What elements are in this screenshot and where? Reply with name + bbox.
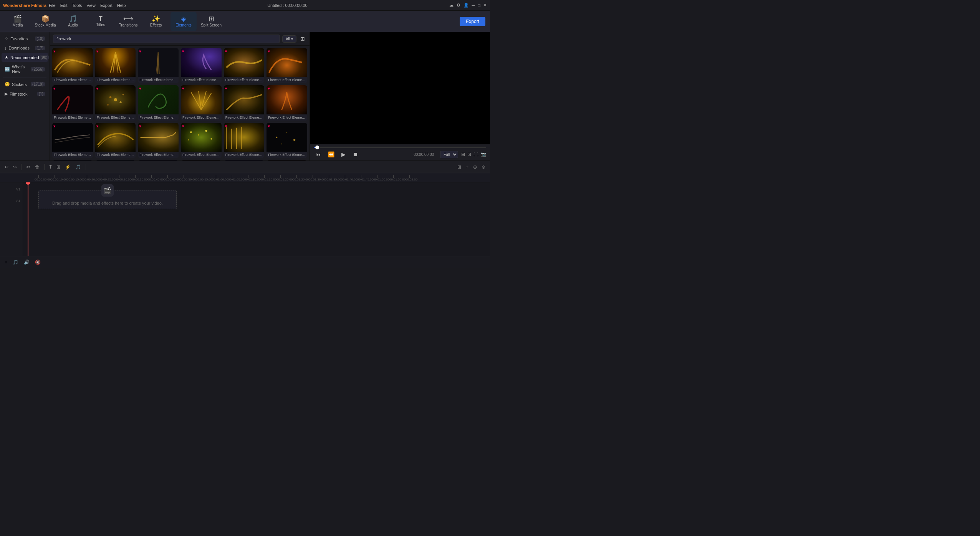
element-card-19[interactable]: ♥	[52, 160, 93, 160]
element-card-22[interactable]: ♥	[181, 160, 222, 160]
sidebar-item-filmstock[interactable]: ▶ Filmstock (1)	[2, 89, 48, 98]
timeline-text-btn[interactable]: T	[48, 164, 53, 170]
timeline-delete-btn[interactable]: 🗑	[33, 164, 41, 170]
menu-edit[interactable]: Edit	[60, 3, 68, 8]
toolbar-split[interactable]: ⊞ Split Screen	[198, 12, 224, 31]
timeline-zoom-in-btn[interactable]: +	[464, 164, 470, 170]
element-card-17[interactable]: ♥ Firework Effect Element...	[224, 123, 265, 158]
element-card-11[interactable]: ♥ Firework Effect Element...	[224, 85, 265, 120]
element-card-23[interactable]: ♥ ⬇ New Year Fireworks Ele	[224, 160, 265, 160]
toolbar-transitions[interactable]: ⟷ Transitions	[115, 12, 141, 31]
toolbar-stock[interactable]: 📦 Stock Media	[32, 12, 58, 31]
account-icon[interactable]: 👤	[464, 3, 469, 8]
elements-panel: All ▾ ⊞ ♥ Firework Effect Element... ♥	[50, 32, 310, 160]
element-card-14[interactable]: ♥ Firework Effect Element...	[95, 123, 136, 158]
menu-tools[interactable]: Tools	[72, 3, 82, 8]
stop-btn[interactable]: ⏹	[351, 151, 360, 158]
timeline-redo-btn[interactable]: ↪	[12, 164, 18, 170]
favorite-icon-3: ♥	[139, 49, 141, 53]
sidebar-item-recommended[interactable]: ★ Recommended (90)	[2, 53, 48, 62]
element-card-24[interactable]: ♥	[267, 160, 307, 160]
element-label-3: Firework Effect Element...	[138, 77, 179, 83]
pip-btn[interactable]: ⊞	[461, 152, 465, 157]
element-card-21[interactable]: ♥	[138, 160, 179, 160]
audio-track-btn[interactable]: 🎵	[11, 259, 20, 266]
element-label-7: Firework Effect Element...	[52, 114, 93, 121]
timeline-magnet-btn[interactable]: ⊗	[480, 164, 487, 170]
download-nav-icon: ↓	[5, 46, 7, 50]
favorite-icon-1: ♥	[53, 49, 56, 53]
add-track-btn[interactable]: +	[3, 259, 9, 266]
toolbar-elements[interactable]: ◈ Elements	[171, 12, 197, 31]
timeline-bottom: + 🎵 🔊 🔇	[0, 256, 490, 268]
element-card-12[interactable]: ♥ Firework Effect Element...	[267, 85, 307, 120]
svg-point-2	[119, 101, 121, 103]
sidebar-item-downloads[interactable]: ↓ Downloads (17)	[2, 44, 48, 52]
close-btn[interactable]: ✕	[483, 3, 487, 8]
prev-frame-btn[interactable]: ⏮	[314, 151, 323, 158]
track-area[interactable]: 🎬 Drag and drop media and effects here t…	[23, 182, 490, 256]
toolbar-titles[interactable]: T Titles	[88, 12, 114, 31]
element-card-13[interactable]: ♥ Firework Effect Element...	[52, 123, 93, 158]
timeline-layout-btn[interactable]: ⊞	[55, 164, 62, 170]
element-card-9[interactable]: ♥ Firework Effect Element...	[138, 85, 179, 120]
snapshot-btn[interactable]: 📷	[480, 152, 486, 157]
element-card-8[interactable]: ♥ Firework Effect Element...	[95, 85, 136, 120]
toolbar-media[interactable]: 🎬 Media	[5, 12, 31, 31]
element-card-1[interactable]: ♥ Firework Effect Element...	[52, 48, 93, 83]
titlebar: Wondershare Filmora File Edit Tools View…	[0, 0, 490, 11]
menu-help[interactable]: Help	[117, 3, 126, 8]
toolbar-audio[interactable]: 🎵 Audio	[60, 12, 86, 31]
element-card-5[interactable]: ♥ Firework Effect Element...	[224, 48, 265, 83]
element-card-16[interactable]: ♥ Firework Effect Element...	[181, 123, 222, 158]
element-label-2: Firework Effect Element...	[95, 77, 136, 83]
element-card-2[interactable]: ♥ Firework Effect Element...	[95, 48, 136, 83]
maximize-btn[interactable]: □	[478, 3, 480, 8]
preview-progress-bar[interactable]	[314, 147, 486, 148]
export-button[interactable]: Export	[460, 17, 485, 26]
timeline-zoom-fit-btn[interactable]: ⊞	[456, 164, 463, 170]
sidebar-item-stickers[interactable]: 😊 Stickers (1719)	[2, 80, 48, 89]
menu-export[interactable]: Export	[100, 3, 113, 8]
grid-toggle-button[interactable]: ⊞	[299, 35, 306, 43]
filter-all-button[interactable]: All ▾	[282, 35, 296, 43]
timeline-snap-btn[interactable]: ⊕	[472, 164, 478, 170]
svg-point-10	[276, 137, 278, 138]
crop-btn[interactable]: ⊡	[467, 152, 471, 157]
cloud-icon[interactable]: ☁	[449, 3, 454, 8]
video-track-btn[interactable]: 🔊	[22, 259, 31, 266]
element-card-7[interactable]: ♥ Firework Effect Element...	[52, 85, 93, 120]
settings-icon[interactable]: ⚙	[457, 3, 460, 8]
element-card-3[interactable]: ♥ Firework Effect Element...	[138, 48, 179, 83]
progress-handle[interactable]	[315, 146, 319, 149]
step-back-btn[interactable]: ⏪	[326, 151, 336, 158]
timeline-cut-btn[interactable]: ✂	[25, 164, 32, 170]
minimize-btn[interactable]: ─	[472, 3, 475, 8]
element-card-4[interactable]: ♥ Firework Effect Element...	[181, 48, 222, 83]
fullscreen-btn[interactable]: ⛶	[473, 152, 478, 157]
quality-select[interactable]: Full 1/2 1/4	[440, 151, 458, 158]
search-input[interactable]	[53, 35, 280, 43]
timeline-audio-btn[interactable]: 🎵	[74, 164, 83, 170]
element-thumb-6: ♥	[267, 48, 307, 77]
track-label-1: V1	[0, 184, 23, 195]
element-card-20[interactable]: ♥	[95, 160, 136, 160]
element-card-6[interactable]: ♥ Firework Effect Element...	[267, 48, 307, 83]
timeline-undo-btn[interactable]: ↩	[3, 164, 10, 170]
mute-btn[interactable]: 🔇	[33, 259, 42, 266]
sidebar-item-whatsnew[interactable]: 🆕 What's New (2556)	[2, 63, 48, 76]
element-thumb-12: ♥	[267, 85, 307, 114]
svg-point-13	[281, 144, 283, 145]
sidebar-recommended-count: (90)	[39, 55, 49, 60]
menu-view[interactable]: View	[86, 3, 96, 8]
timeline-speed-btn[interactable]: ⚡	[63, 164, 72, 170]
element-card-18[interactable]: ♥ Firework Effect Element...	[267, 123, 307, 158]
toolbar-effects[interactable]: ✨ Effects	[143, 12, 169, 31]
element-label-6: Firework Effect Element...	[267, 77, 307, 83]
sidebar-whatsnew-label: What's New	[12, 65, 31, 74]
sidebar-item-favorites[interactable]: ♡ Favorites (10)	[2, 34, 48, 43]
menu-file[interactable]: File	[49, 3, 56, 8]
element-card-10[interactable]: ♥ Firework Effect Element...	[181, 85, 222, 120]
element-card-15[interactable]: ♥ Firework Effect Element...	[138, 123, 179, 158]
play-btn[interactable]: ▶	[339, 151, 348, 158]
